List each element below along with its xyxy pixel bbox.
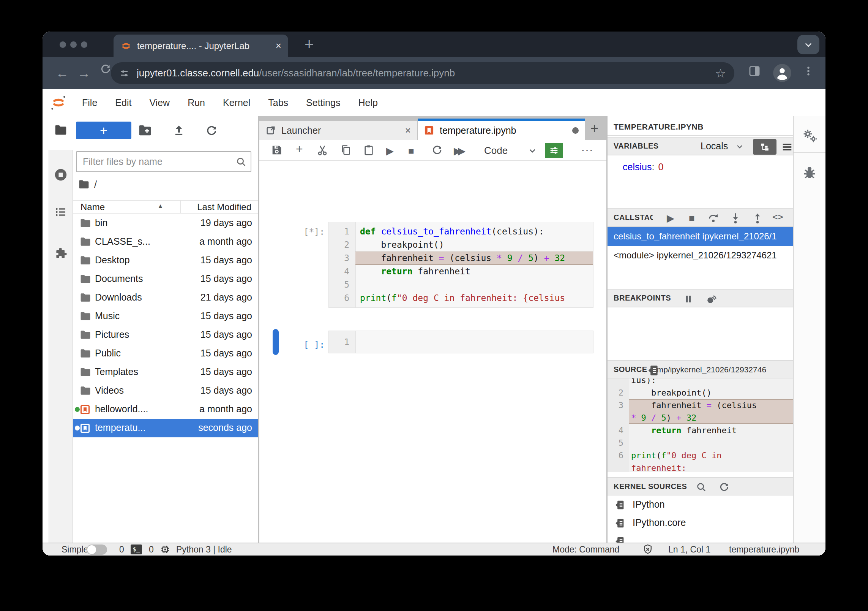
bookmark-star-icon[interactable]: ☆ bbox=[715, 66, 726, 81]
back-button[interactable]: ← bbox=[56, 65, 69, 81]
new-folder-icon[interactable] bbox=[138, 124, 152, 136]
menu-help[interactable]: Help bbox=[358, 97, 377, 108]
cursor-position[interactable]: Ln 1, Col 1 bbox=[668, 545, 710, 555]
window-close-button[interactable] bbox=[60, 41, 66, 48]
variables-header[interactable]: VARIABLES Locals bbox=[608, 137, 793, 155]
interrupt-kernel-icon[interactable]: ■ bbox=[408, 145, 414, 157]
step-over-icon[interactable] bbox=[707, 212, 720, 225]
tab-temperature-ipynb[interactable]: temperature.ipynb bbox=[418, 119, 585, 140]
file-row-downloads[interactable]: Downloads21 days ago bbox=[73, 288, 258, 307]
file-row-helloworld-[interactable]: helloworld....a month ago bbox=[73, 400, 258, 419]
pause-on-exception-icon[interactable] bbox=[683, 294, 693, 304]
tab-launcher-close-icon[interactable]: × bbox=[405, 125, 411, 136]
kernel-source-ipython[interactable]: IPython bbox=[608, 495, 793, 514]
restart-kernel-icon[interactable] bbox=[431, 144, 443, 156]
step-in-icon[interactable] bbox=[729, 212, 742, 225]
shield-x-icon[interactable] bbox=[642, 543, 654, 556]
run-cell-icon[interactable]: ▶ bbox=[386, 145, 394, 157]
continue-icon[interactable]: ▶ bbox=[667, 212, 674, 224]
file-row-public[interactable]: Public15 days ago bbox=[73, 344, 258, 363]
menu-view[interactable]: View bbox=[149, 97, 170, 108]
menu-edit[interactable]: Edit bbox=[115, 97, 131, 108]
variables-tree-view-button[interactable] bbox=[753, 139, 776, 155]
code-line-5[interactable]: 5 bbox=[329, 278, 593, 291]
file-row-temperatu-[interactable]: temperatu...seconds ago bbox=[73, 419, 258, 437]
source-header[interactable]: SOURCE /tmp/ipykernel_21026/12932746 bbox=[608, 360, 793, 379]
file-filter-input[interactable] bbox=[82, 154, 232, 170]
add-tab-button[interactable]: + bbox=[590, 120, 598, 136]
mode-indicator[interactable]: Mode: Command bbox=[552, 545, 619, 555]
sort-ascending-icon[interactable]: ▲ bbox=[157, 203, 164, 210]
refresh-files-icon[interactable] bbox=[205, 124, 218, 137]
reload-button[interactable] bbox=[99, 63, 112, 75]
table-of-contents-icon[interactable] bbox=[54, 206, 68, 218]
column-last-modified[interactable]: Last Modified bbox=[197, 202, 251, 212]
breadcrumb[interactable]: / bbox=[78, 177, 97, 192]
code-line-3[interactable]: 3 fahrenheit = (celsius * 9 / 5) + 32 bbox=[329, 252, 593, 265]
kernel-sources-search-icon[interactable] bbox=[696, 481, 707, 493]
more-commands-icon[interactable]: … bbox=[581, 141, 593, 153]
file-row-desktop[interactable]: Desktop15 days ago bbox=[73, 251, 258, 270]
breakpoints-header[interactable]: BREAKPOINTS bbox=[608, 289, 793, 307]
file-row-templates[interactable]: Templates15 days ago bbox=[73, 363, 258, 381]
extension-manager-icon[interactable] bbox=[54, 247, 68, 260]
site-settings-icon[interactable] bbox=[119, 68, 130, 79]
paste-cells-icon[interactable] bbox=[363, 144, 375, 156]
code-cell-2[interactable]: 1 bbox=[328, 331, 593, 353]
variable-row[interactable]: celsius:0 bbox=[623, 161, 663, 173]
file-row-bin[interactable]: bin19 days ago bbox=[73, 214, 258, 233]
kernel-sources-header[interactable]: KERNEL SOURCES bbox=[608, 477, 793, 495]
callstack-frame-1[interactable]: <module> ipykernel_21026/1293274621 bbox=[608, 246, 793, 265]
file-row-pictures[interactable]: Pictures15 days ago bbox=[73, 326, 258, 344]
file-row-music[interactable]: Music15 days ago bbox=[73, 307, 258, 326]
active-cell-indicator[interactable] bbox=[273, 329, 279, 355]
kernel-status[interactable]: Python 3 | Idle bbox=[176, 545, 232, 555]
copy-cells-icon[interactable] bbox=[340, 144, 352, 156]
unsaved-changes-dot[interactable] bbox=[572, 127, 579, 134]
menu-tabs[interactable]: Tabs bbox=[268, 97, 288, 108]
kernel-sources-refresh-icon[interactable] bbox=[718, 481, 730, 493]
cell-type-chevron-icon[interactable] bbox=[527, 146, 537, 156]
address-bar[interactable]: jupyter01.classe.cornell.edu/user/ssasid… bbox=[111, 62, 734, 84]
property-inspector-icon[interactable] bbox=[801, 127, 818, 144]
menu-settings[interactable]: Settings bbox=[306, 97, 340, 108]
code-line-1[interactable]: 1 bbox=[329, 336, 593, 349]
debugger-toggle[interactable] bbox=[545, 143, 563, 158]
code-line-1[interactable]: 1def celsius_to_fahrenheit(celsius): bbox=[329, 225, 593, 238]
menu-kernel[interactable]: Kernel bbox=[223, 97, 250, 108]
forward-button[interactable]: → bbox=[77, 65, 90, 81]
new-tab-button[interactable]: + bbox=[305, 35, 314, 54]
scope-chevron-icon[interactable] bbox=[735, 142, 744, 151]
save-icon[interactable] bbox=[271, 144, 283, 156]
code-line-6[interactable]: 6print(f"0 deg C in fahrenheit: {celsius bbox=[329, 291, 593, 305]
new-launcher-button[interactable]: + bbox=[76, 122, 131, 139]
remove-breakpoints-icon[interactable] bbox=[705, 293, 718, 305]
code-line-4[interactable]: 4 return fahrenheit bbox=[329, 265, 593, 278]
file-row-documents[interactable]: Documents15 days ago bbox=[73, 270, 258, 288]
terminate-icon[interactable]: ■ bbox=[689, 212, 695, 224]
profile-avatar[interactable] bbox=[772, 63, 792, 83]
open-source-icon[interactable] bbox=[647, 364, 660, 377]
step-out-icon[interactable] bbox=[751, 212, 764, 225]
terminal-icon[interactable]: $_ bbox=[131, 545, 142, 554]
home-folder-icon[interactable] bbox=[78, 179, 90, 189]
tab-launcher[interactable]: Launcher × bbox=[259, 121, 417, 140]
window-zoom-button[interactable] bbox=[81, 41, 87, 48]
debugger-bug-icon[interactable] bbox=[802, 165, 817, 180]
callstack-header[interactable]: CALLSTACK ▶ ■ <> bbox=[608, 208, 793, 227]
browser-tab[interactable]: temperature.... - JupyterLab × bbox=[114, 35, 288, 57]
file-browser-icon[interactable] bbox=[54, 124, 67, 136]
evaluate-code-icon[interactable]: <> bbox=[772, 212, 783, 222]
callstack-frame-0[interactable]: celsius_to_fahrenheit ipykernel_21026/1 bbox=[608, 227, 793, 246]
file-row-classe-s-[interactable]: CLASSE_s...a month ago bbox=[73, 233, 258, 251]
side-panel-icon[interactable] bbox=[748, 65, 761, 78]
cell-type-dropdown[interactable]: Code bbox=[484, 145, 508, 157]
variables-scope-dropdown[interactable]: Locals bbox=[701, 141, 728, 152]
variables-table-view-icon[interactable] bbox=[781, 141, 793, 153]
browser-menu-icon[interactable] bbox=[803, 65, 814, 78]
kernel-source-ipython.core[interactable]: IPython.core bbox=[608, 514, 793, 532]
kernel-chip-icon[interactable] bbox=[159, 544, 171, 555]
column-name[interactable]: Name bbox=[80, 202, 105, 212]
kernel-source-partial[interactable] bbox=[608, 532, 793, 543]
simple-mode-toggle[interactable] bbox=[87, 545, 107, 555]
